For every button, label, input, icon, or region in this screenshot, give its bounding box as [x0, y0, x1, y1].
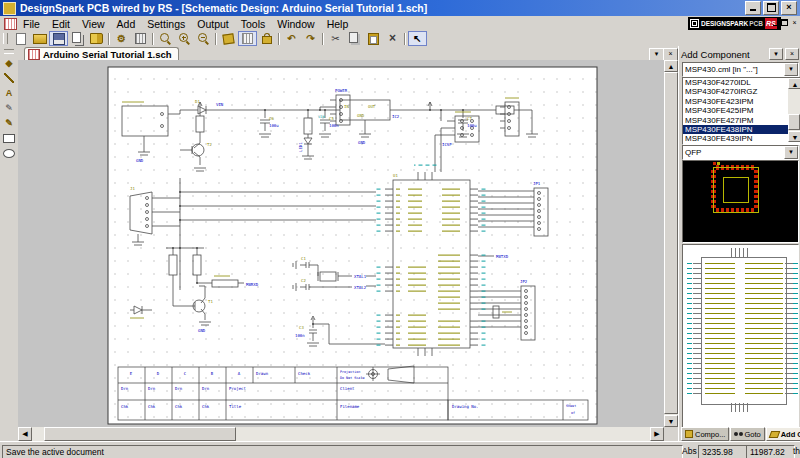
list-scrollbar[interactable]: ▲ ▼ — [788, 78, 800, 142]
horizontal-scrollbar[interactable]: ◀ ▶ — [18, 427, 664, 441]
tab-add-component[interactable]: Add Co... — [766, 427, 800, 441]
package-dropdown[interactable]: QFP ▼ — [682, 145, 799, 160]
delete-button[interactable]: × — [383, 31, 402, 46]
minimize-button[interactable] — [745, 1, 761, 15]
toolbar-grip — [4, 49, 14, 54]
zoom-out-button[interactable] — [194, 31, 213, 46]
technology-icon — [135, 33, 146, 44]
component-list[interactable]: MSP430F4270IDL MSP430F4270IRGZ MSP430FE4… — [682, 77, 800, 145]
component-list-item[interactable]: MSP430F4270IDL — [683, 78, 788, 87]
val-c6: 100u — [269, 123, 279, 128]
document-tab[interactable]: Arduino Serial Tutorial 1.sch — [24, 47, 179, 60]
menu-output[interactable]: Output — [191, 17, 235, 31]
ref-t2: T2 — [207, 142, 212, 147]
add-circle-button[interactable] — [2, 146, 17, 160]
menu-window[interactable]: Window — [271, 17, 320, 31]
add-open-shape-button[interactable]: ✎ — [2, 101, 17, 115]
menu-settings[interactable]: Settings — [141, 17, 191, 31]
schematic-canvas[interactable]: D1 VIN C6 100u C5 100n C7 100u IN OUT GN… — [18, 60, 664, 427]
net-icsp: ICSP — [442, 142, 452, 147]
mdi-close-button[interactable]: × — [790, 18, 799, 28]
ref-jp1: JP1 — [533, 181, 541, 186]
cursor-x: 3235.98 — [698, 445, 747, 458]
menu-help[interactable]: Help — [321, 17, 355, 31]
close-document-button[interactable] — [68, 31, 87, 46]
new-button[interactable] — [11, 31, 30, 46]
tab-components[interactable]: Compo... — [681, 427, 729, 441]
scroll-down-button[interactable]: ▼ — [788, 131, 800, 142]
menu-add[interactable]: Add — [111, 17, 142, 31]
scroll-up-button[interactable]: ▲ — [788, 78, 800, 89]
padlock-icon — [262, 36, 272, 44]
view-all-button[interactable] — [156, 31, 175, 46]
cut-button[interactable]: ✂ — [326, 31, 345, 46]
arrow-left-icon: ◀ — [22, 430, 27, 437]
component-list-item[interactable]: MSP430FE427IPM — [683, 116, 788, 125]
panel-title: Add Component — [681, 49, 750, 60]
restore-button[interactable] — [763, 1, 779, 15]
component-list-item[interactable]: MSP430FE425IPM — [683, 106, 788, 115]
vertical-scrollbar[interactable]: ▲ ▼ — [664, 60, 678, 427]
tb-do-not-scale: Do Not Scale — [340, 376, 365, 380]
net-power: POWER — [335, 88, 348, 93]
add-text-button[interactable]: A — [2, 86, 17, 100]
vertical-scroll-thumb[interactable] — [664, 72, 678, 414]
toolbar-separator — [278, 33, 280, 45]
menu-edit[interactable]: Edit — [46, 17, 76, 31]
select-mode-button[interactable]: ↖ — [408, 31, 427, 46]
libraries-button[interactable] — [87, 31, 106, 46]
dropdown-arrow-icon[interactable]: ▼ — [784, 146, 798, 159]
menu-view[interactable]: View — [76, 17, 111, 31]
copy-button[interactable] — [345, 31, 364, 46]
scroll-down-button[interactable]: ▼ — [664, 415, 678, 427]
panel-header: Add Component ▾ × — [681, 48, 799, 60]
schematic-doc-icon — [28, 49, 40, 60]
redo-button[interactable]: ↷ — [301, 31, 320, 46]
tb-drn: Drn — [202, 386, 210, 391]
cursor-icon: ↖ — [413, 33, 421, 44]
redo-icon: ↷ — [306, 33, 314, 44]
list-scroll-thumb[interactable] — [788, 114, 800, 130]
open-button[interactable] — [30, 31, 49, 46]
design-technology-button[interactable] — [131, 31, 150, 46]
mdi-restore-button[interactable] — [780, 18, 789, 28]
add-closed-shape-button[interactable]: ✎ — [2, 116, 17, 130]
tb-chk: Chk — [202, 404, 210, 409]
ref-c7: C7 — [467, 116, 472, 121]
scroll-up-button[interactable]: ▲ — [664, 60, 678, 72]
net-gnd: GND — [358, 140, 366, 145]
component-list-item[interactable]: MSP430F4270IRGZ — [683, 87, 788, 96]
settings-button[interactable]: ⚙ — [112, 31, 131, 46]
symbol-pin-numbers-left — [687, 263, 692, 397]
tb-sheet: Sheet — [566, 404, 576, 408]
menu-file[interactable]: File — [17, 17, 46, 31]
component-list-item[interactable]: MSP430FE423IPM — [683, 97, 788, 106]
zoom-in-button[interactable] — [175, 31, 194, 46]
add-rectangle-button[interactable] — [2, 131, 17, 145]
panel-close-button[interactable]: × — [785, 48, 799, 60]
add-wire-button[interactable] — [2, 71, 17, 85]
dropdown-arrow-icon[interactable]: ▼ — [784, 63, 798, 76]
component-list-item[interactable]: MSP430FE439IPN — [683, 134, 788, 143]
zoom-out-icon — [198, 33, 207, 42]
mdi-minimize-button[interactable] — [770, 18, 779, 28]
ref-j1: J1 — [130, 186, 135, 191]
reg-in: IN — [344, 104, 349, 109]
menu-tools[interactable]: Tools — [235, 17, 272, 31]
colors-button[interactable] — [219, 31, 238, 46]
tab-goto[interactable]: Goto — [730, 427, 764, 441]
library-dropdown[interactable]: MSP430.cml [in "..."] ▼ — [682, 62, 799, 77]
unlock-button[interactable] — [257, 31, 276, 46]
save-button[interactable] — [49, 31, 68, 46]
close-button[interactable]: × — [781, 1, 797, 15]
grid-button[interactable] — [238, 31, 257, 46]
app-icon — [3, 2, 16, 15]
paste-button[interactable] — [364, 31, 383, 46]
scroll-left-button[interactable]: ◀ — [18, 427, 32, 441]
add-component-button[interactable]: ◆ — [2, 56, 17, 70]
undo-button[interactable]: ↶ — [282, 31, 301, 46]
horizontal-scroll-thumb[interactable] — [44, 427, 236, 441]
scroll-right-button[interactable]: ▶ — [650, 427, 664, 441]
panel-menu-button[interactable]: ▾ — [769, 48, 783, 60]
component-list-item-selected[interactable]: MSP430FE438IPN — [683, 125, 788, 134]
